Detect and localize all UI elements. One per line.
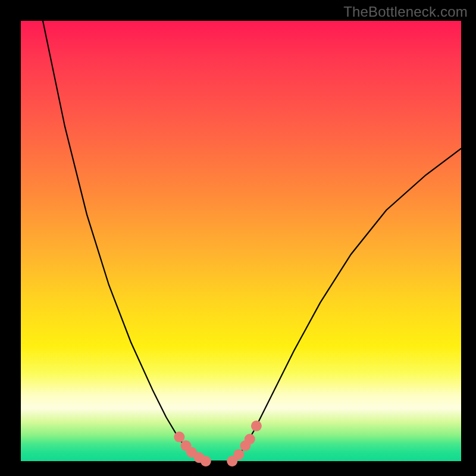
left-curve (43, 21, 206, 461)
curve-layer (21, 21, 461, 461)
watermark-text: TheBottleneck.com (343, 4, 468, 20)
right-curve (232, 149, 461, 461)
plot-area (21, 21, 461, 461)
chart-frame: TheBottleneck.com (0, 0, 476, 476)
right-curve-path (232, 149, 461, 461)
left-curve-path (43, 21, 206, 461)
marker-layer (174, 421, 262, 466)
marker-dot (251, 421, 262, 431)
marker-dot (233, 449, 244, 460)
marker-dot (245, 434, 255, 444)
marker-dot (174, 431, 184, 442)
marker-dot (201, 456, 211, 466)
